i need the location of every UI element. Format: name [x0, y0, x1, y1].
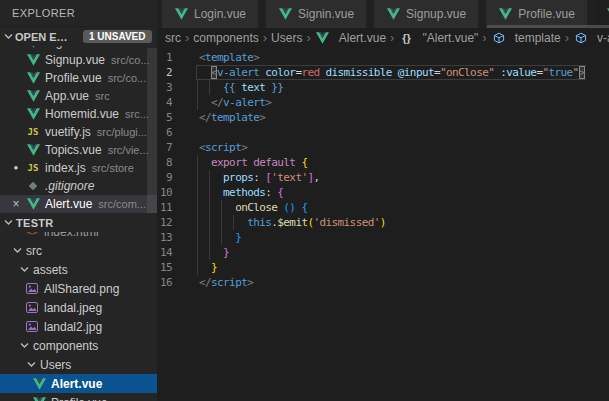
file-path: src/vie...	[108, 144, 149, 156]
tree-item-users[interactable]: Users	[0, 355, 157, 374]
file-path: src/c...	[107, 46, 139, 48]
open-editor-signup-vue[interactable]: Signup.vuesrc/co...	[0, 51, 157, 69]
chevron-down-icon	[27, 361, 36, 368]
indent-guide	[209, 185, 210, 200]
section-header-testr[interactable]: TESTR	[0, 213, 157, 232]
section-label: TESTR	[16, 217, 54, 229]
tree-item-components[interactable]: components	[0, 336, 157, 355]
tabbar-scrollbar[interactable]	[487, 25, 609, 28]
tree-item-allshared-png[interactable]: AllShared.png	[0, 279, 157, 298]
open-editor-signin-vue[interactable]: Signin.vuesrc/c...	[0, 46, 157, 51]
file-name: Profile.vue	[45, 71, 102, 85]
img-icon	[24, 283, 40, 294]
breadcrumb-item-alert-vue[interactable]: {}"Alert.vue"	[398, 31, 478, 45]
chevron-down-icon	[4, 219, 13, 226]
file-name: App.vue	[45, 89, 89, 103]
code-text: </script>	[199, 275, 253, 290]
open-editor-index-js[interactable]: ●JSindex.jssrc/store	[0, 159, 157, 177]
indent-guide	[197, 80, 198, 95]
code-line-10[interactable]: 10 methods: {	[157, 185, 609, 200]
unsaved-badge: 1 UNSAVED	[83, 30, 152, 43]
code-line-15[interactable]: 15 }	[157, 260, 609, 275]
tree-item-src[interactable]: src	[0, 241, 157, 260]
file-name: Topics.vue	[45, 143, 102, 157]
indent-guide	[197, 95, 198, 110]
tab-login-vue[interactable]: Login.vue	[162, 0, 258, 28]
code-text: <v-alert color=red dismissible @input="o…	[199, 65, 585, 80]
code-line-14[interactable]: 14 }	[157, 245, 609, 260]
indent-guide	[209, 170, 210, 185]
code-text: <script>	[199, 140, 247, 155]
open-editor-alert-vue[interactable]: ×Alert.vuesrc/com...	[0, 195, 157, 213]
code-line-5[interactable]: 5</template>	[157, 110, 609, 125]
editor-area: Login.vueSignin.vueSignup.vueProfile.vue…	[157, 0, 609, 401]
code-line-16[interactable]: 16</script>	[157, 275, 609, 290]
breadcrumb-separator-icon: ›	[565, 30, 569, 45]
vue-icon	[498, 8, 512, 20]
indent-guide	[209, 245, 210, 260]
tab-alert-vue[interactable]: Alert.vue	[595, 0, 609, 28]
code-line-1[interactable]: 1<template>	[157, 50, 609, 65]
tree-item-landal-jpeg[interactable]: landal.jpeg	[0, 298, 157, 317]
indent-guide	[197, 260, 198, 275]
vue-icon	[25, 72, 41, 84]
line-number: 13	[157, 230, 172, 245]
explorer-sidebar: EXPLORER OPEN EDITORS 1 UNSAVED Signin.v…	[0, 0, 157, 401]
sidebar-scrollbar[interactable]	[147, 48, 157, 213]
file-path: src/co...	[108, 72, 147, 84]
breadcrumb-item-users[interactable]: Users	[271, 31, 302, 45]
tree-item-profile-vue[interactable]: Profile.vue	[0, 393, 157, 401]
open-editor-gitignore[interactable]: .gitignore	[0, 177, 157, 195]
tree-item-index-html[interactable]: <>index.html	[0, 232, 157, 241]
vue-icon	[278, 8, 292, 20]
file-tree: <>index.htmlsrcassetsAllShared.pnglandal…	[0, 232, 157, 401]
code-text: this.$emit('dismissed')	[199, 215, 386, 230]
code-text: <template>	[199, 50, 259, 65]
breadcrumb-item-template[interactable]: template	[491, 31, 561, 45]
tab-signin-vue[interactable]: Signin.vue	[266, 0, 366, 28]
indent-guide	[197, 170, 198, 185]
line-number: 11	[157, 200, 172, 215]
close-icon[interactable]: ×	[12, 198, 19, 210]
vscode-window: EXPLORER OPEN EDITORS 1 UNSAVED Signin.v…	[0, 0, 609, 401]
chevron-down-icon	[13, 247, 22, 254]
file-name: Alert.vue	[45, 197, 92, 211]
file-path: src	[95, 90, 110, 102]
code-line-4[interactable]: 4 </v-alert>	[157, 95, 609, 110]
code-editor[interactable]: 1<template>2 <v-alert color=red dismissi…	[157, 47, 609, 290]
code-line-2[interactable]: 2 <v-alert color=red dismissible @input=…	[157, 65, 609, 80]
code-line-13[interactable]: 13 }	[157, 230, 609, 245]
open-editor-topics-vue[interactable]: Topics.vuesrc/vie...	[0, 141, 157, 159]
open-editor-vuetify-js[interactable]: JSvuetify.jssrc/plugi...	[0, 123, 157, 141]
breadcrumb-item-v-alert[interactable]: v-alert	[573, 31, 609, 45]
code-line-3[interactable]: 3 {{ text }}	[157, 80, 609, 95]
file-name: Signup.vue	[45, 53, 105, 67]
open-editor-homemid-vue[interactable]: Homemid.vuesrc...	[0, 105, 157, 123]
code-line-12[interactable]: 12 this.$emit('dismissed')	[157, 215, 609, 230]
indent-guide	[197, 200, 198, 215]
code-line-9[interactable]: 9 props: ['text'],	[157, 170, 609, 185]
open-editor-app-vue[interactable]: App.vuesrc	[0, 87, 157, 105]
code-line-7[interactable]: 7<script>	[157, 140, 609, 155]
breadcrumb-item-components[interactable]: components	[193, 31, 258, 45]
img-icon	[24, 321, 40, 332]
indent-guide	[221, 215, 222, 230]
cube-icon	[491, 32, 507, 44]
tab-signup-vue[interactable]: Signup.vue	[374, 0, 478, 28]
open-editor-profile-vue[interactable]: Profile.vuesrc/co...	[0, 69, 157, 87]
code-line-6[interactable]: 6	[157, 125, 609, 140]
tree-item-assets[interactable]: assets	[0, 260, 157, 279]
file-path: src/co...	[111, 54, 150, 66]
vue-icon	[25, 198, 41, 210]
code-line-11[interactable]: 11 onClose () {	[157, 200, 609, 215]
tree-item-alert-vue[interactable]: Alert.vue	[0, 374, 157, 393]
breadcrumb-item-alert-vue[interactable]: Alert.vue	[315, 31, 386, 45]
line-number: 15	[157, 260, 172, 275]
code-line-8[interactable]: 8 export default {	[157, 155, 609, 170]
braces-icon: {}	[398, 32, 414, 44]
tab-profile-vue[interactable]: Profile.vue	[486, 0, 587, 28]
breadcrumb-item-src[interactable]: src	[165, 31, 181, 45]
file-name: index.js	[45, 161, 86, 175]
tree-item-landal2-jpg[interactable]: landal2.jpg	[0, 317, 157, 336]
open-editors-header[interactable]: OPEN EDITORS 1 UNSAVED	[0, 26, 157, 46]
